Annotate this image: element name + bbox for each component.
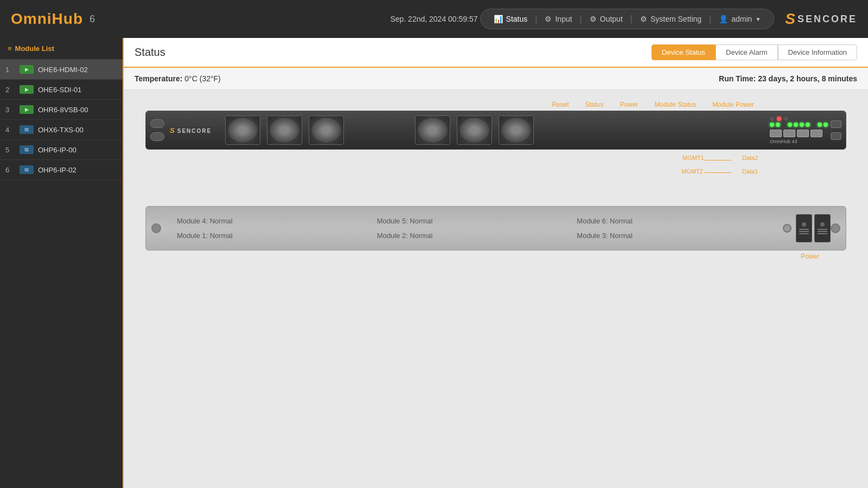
fan-4 [415,115,450,145]
port-annotations: MGMT1 MGMT2 Data1 Data2 [471,152,846,190]
app-logo: OmniHub 6 [11,10,95,28]
fans [225,115,399,145]
sidebar-item-1[interactable]: 1 OHE6-HDMI-02 [0,60,123,80]
indicators-area: OmniHub 43 [770,117,828,144]
module-row-top: Module 4: Normal Module 5: Normal Module… [172,214,772,228]
device-brand: S SENCORE [170,126,212,134]
sidebar-item-2[interactable]: 2 OHE6-SDI-01 [0,80,123,100]
front-btn-bottom[interactable] [150,132,164,141]
reset-label: Reset [552,101,569,108]
nav-admin[interactable]: 👤 admin ▼ [711,11,768,27]
data1-annotation: Data1 [742,168,758,175]
sidebar-item-4[interactable]: 4 OHX6-TXS-00 [0,120,123,140]
module-status-label: Module Status [655,101,697,108]
header: OmniHub 6 Sep. 22nd, 2024 00:59:57 📊 Sta… [0,0,868,38]
nav-output[interactable]: ⚙ Output [582,11,630,27]
power-units [796,214,831,242]
tab-device-status[interactable]: Device Status [652,44,716,60]
module-icon-6 [20,165,34,174]
tab-group: Device Status Device Alarm Device Inform… [652,44,857,60]
module-icon-5 [20,145,34,154]
power-bottom-label: Power [145,253,846,260]
mgmt2-port [797,130,809,137]
user-icon: 👤 [719,15,728,23]
module-3: Module 3: Normal [572,229,772,242]
page-title: Status [135,46,165,59]
data2-port [783,130,795,137]
module-icon-2 [20,85,34,94]
sidebar-item-5[interactable]: 5 OHP6-IP-00 [0,140,123,160]
omnihub-label: OmniHub 43 [770,139,797,144]
mod-led-8 [824,123,828,127]
module-4: Module 4: Normal [172,214,372,228]
datetime-display: Sep. 22nd, 2024 00:59:57 [390,15,477,23]
module-content: Module 4: Normal Module 5: Normal Module… [161,210,783,247]
device-front-panel: S SENCORE [145,111,846,150]
module-icon-1 [20,65,34,74]
mod-led-6 [806,123,810,127]
front-right-buttons [831,120,841,140]
nav-system-setting[interactable]: ⚙ System Setting [633,11,709,27]
module-5: Module 5: Normal [372,214,572,228]
temperature-info: Temperature: 0°C (32°F) [135,74,221,83]
module-left-btn [151,223,161,233]
nav-status[interactable]: 📊 Status [486,11,535,27]
mgmt2-annotation: MGMT2 [681,168,703,175]
main-content: Status Device Status Device Alarm Device… [124,38,868,488]
module-right-btn [831,223,840,233]
power-led [784,117,788,121]
power-unit-1 [796,214,812,242]
mod-led-1 [770,123,774,127]
module-1: Module 1: Normal [172,229,372,242]
fan-5 [457,115,492,145]
status-bar: Temperature: 0°C (32°F) Run Time: 23 day… [124,68,868,90]
module-icon-4 [20,125,34,134]
module-status-leds [770,123,828,127]
mgmt1-annotation: MGMT1 [682,155,704,161]
right-btn-bottom[interactable] [831,132,841,140]
nav-input[interactable]: ⚙ Input [537,11,579,27]
mod-led-3 [788,123,792,127]
list-icon: ≡ [8,44,12,53]
fans-2 [415,115,589,145]
bar-chart-icon: 📊 [494,15,503,23]
fan-3 [309,115,344,145]
module-panel: Module 4: Normal Module 5: Normal Module… [145,206,846,251]
top-indicators [770,117,788,121]
tab-device-alarm[interactable]: Device Alarm [716,44,778,60]
runtime-info: Run Time: 23 days, 2 hours, 8 minutes [719,74,857,83]
main-header: Status Device Status Device Alarm Device… [124,38,868,68]
power-unit-2 [814,214,831,242]
app-name: OmniHub [11,10,83,28]
module-power-label: Module Power [712,101,754,108]
mod-led-5 [800,123,804,127]
data2-annotation: Data2 [742,155,758,161]
right-btn-top[interactable] [831,120,841,128]
gear-icon-2: ⚙ [590,15,597,23]
fan-1 [225,115,260,145]
sidebar-item-3[interactable]: 3 OHR6-8VSB-00 [0,100,123,120]
sidebar-item-6[interactable]: 6 OHP6-IP-02 [0,160,123,180]
tab-device-information[interactable]: Device Information [778,44,857,60]
sidebar-header: ≡ Module List [0,38,123,60]
gear-icon-3: ⚙ [640,15,647,23]
status-label: Status [585,101,604,108]
module-panel-wrapper: Module 4: Normal Module 5: Normal Module… [145,206,846,260]
fan-2 [267,115,302,145]
module-icon-3 [20,105,34,114]
mod-led-2 [776,123,780,127]
module-2: Module 2: Normal [372,229,572,242]
sencore-logo: S SENCORE [785,10,857,28]
data1-port [810,130,822,137]
fan-6 [499,115,534,145]
module-row-bottom: Module 1: Normal Module 2: Normal Module… [172,229,772,242]
reset-led [770,117,774,121]
front-left-buttons [150,119,164,141]
power-label-top: Power [620,101,639,108]
front-btn-top[interactable] [150,119,164,128]
app-version: 6 [90,14,95,25]
power-circle [783,224,792,233]
gear-icon: ⚙ [545,15,552,23]
mod-led-4 [794,123,798,127]
mod-led-7 [818,123,822,127]
